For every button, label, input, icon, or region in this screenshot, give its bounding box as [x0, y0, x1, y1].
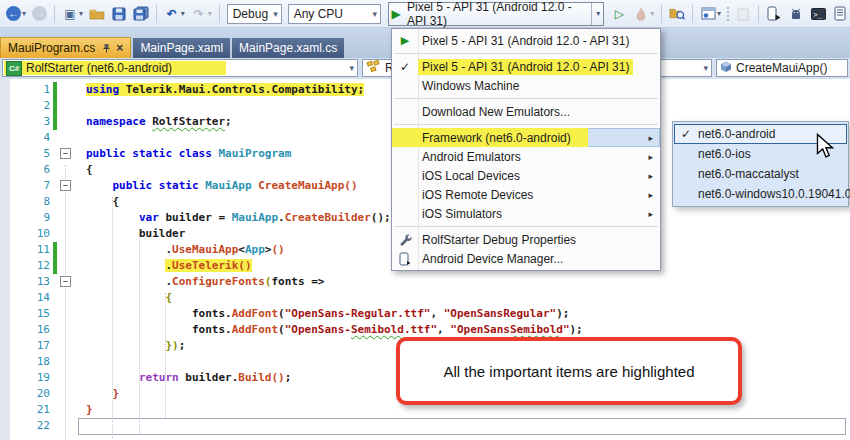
standard-toolbar: ← ▾ → ▣ ▾ ↶ ▾ ↷ ▾ Debug [0, 0, 850, 28]
open-file-button[interactable] [87, 3, 107, 25]
code-line-14[interactable]: 14 { [0, 290, 850, 306]
menu-item-ios-simulators[interactable]: iOS Simulators▸ [392, 204, 660, 223]
line-number: 5 [4, 146, 50, 162]
undo-button[interactable]: ↶ ▾ [162, 3, 187, 25]
type-dropdown-icon[interactable]: ▾ [703, 63, 708, 73]
line-number: 11 [4, 242, 50, 258]
line-number: 8 [4, 194, 50, 210]
member-name: CreateMauiApp() [736, 61, 827, 75]
undo-dropdown-icon: ▾ [181, 9, 185, 18]
hot-reload-button[interactable]: ▾ [631, 3, 656, 25]
android-sdk-manager-button[interactable] [786, 3, 806, 25]
project-dropdown[interactable]: C# RolfStarter (net6.0-android) ▾ [2, 59, 358, 77]
toolbar-separator [156, 5, 157, 23]
deploy-to-device-button[interactable] [764, 3, 784, 25]
solution-configuration-combo[interactable]: Debug ▾ [227, 4, 282, 24]
menu-item-label: iOS Local Devices [418, 168, 524, 184]
fold-toggle[interactable]: − [60, 180, 71, 191]
menu-item-pixel-5-api-31-android-12-0-api-31[interactable]: ▶Pixel 5 - API 31 (Android 12.0 - API 31… [392, 31, 660, 50]
code-line-13[interactable]: 13− .ConfigureFonts(fonts => [0, 274, 850, 290]
submenu-item-label: net6.0-maccatalyst [698, 167, 799, 181]
change-bar [53, 114, 57, 130]
menu-item-label: Android Emulators [418, 149, 525, 165]
run-target-dropdown[interactable]: ▾ [591, 3, 603, 25]
device-log-icon [832, 6, 848, 22]
paste-button[interactable] [733, 3, 753, 25]
menu-item-android-emulators[interactable]: Android Emulators▸ [392, 147, 660, 166]
menu-item-download-new-emulators[interactable]: Download New Emulators... [392, 102, 660, 121]
code-text: }); [86, 338, 185, 354]
start-without-debugging-button[interactable]: ▷ [609, 3, 629, 25]
code-text: { [86, 194, 119, 210]
change-bar [53, 242, 57, 258]
start-debugging-button[interactable]: ▶ Pixel 5 - API 31 (Android 12.0 - API 3… [388, 2, 604, 26]
menu-item-ios-local-devices[interactable]: iOS Local Devices▸ [392, 166, 660, 185]
console-icon: >_ [810, 6, 826, 22]
member-dropdown[interactable]: CreateMauiApp() [716, 59, 848, 77]
fold-toggle[interactable]: − [60, 148, 71, 159]
toolbar-grip[interactable] [727, 7, 729, 21]
find-in-files-icon [669, 6, 685, 22]
submenu-arrow-icon: ▸ [648, 133, 653, 143]
menu-item-rolfstarter-debug-properties[interactable]: RolfStarter Debug Properties [392, 230, 660, 249]
menu-item-pixel-5-api-31-android-12-0-api-31[interactable]: ✓Pixel 5 - API 31 (Android 12.0 - API 31… [392, 57, 660, 76]
find-in-files-button[interactable] [667, 3, 687, 25]
new-item-button[interactable]: ▣ ▾ [60, 3, 85, 25]
start-without-debugging-icon: ▷ [611, 6, 627, 22]
menu-item-android-device-manager[interactable]: Android Device Manager... [392, 249, 660, 268]
tab-mauiprogram-cs[interactable]: MauiProgram.cs × [0, 37, 131, 58]
solution-platform-value: Any CPU [294, 7, 343, 21]
code-text: { [86, 290, 172, 306]
tab-mainpage-xaml[interactable]: MainPage.xaml [133, 38, 230, 58]
redo-button[interactable]: ↷ ▾ [189, 3, 214, 25]
device-log-button[interactable] [830, 3, 850, 25]
close-icon[interactable]: × [116, 41, 123, 55]
code-line-16[interactable]: 16 fonts.AddFont("OpenSans-Semibold.ttf"… [0, 322, 850, 338]
code-text: fonts.AddFont("OpenSans-Regular.ttf", "O… [86, 306, 569, 322]
line-number: 14 [4, 290, 50, 306]
line-number: 7 [4, 178, 50, 194]
submenu-item-net6-0-windows10-0-19041-0[interactable]: net6.0-windows10.0.19041.0 [674, 184, 847, 204]
fold-toggle[interactable]: − [60, 276, 71, 287]
submenu-item-label: net6.0-windows10.0.19041.0 [698, 187, 850, 201]
tab-label: MauiProgram.cs [8, 41, 95, 55]
line-number: 12 [4, 258, 50, 274]
code-line-15[interactable]: 15 fonts.AddFont("OpenSans-Regular.ttf",… [0, 306, 850, 322]
code-text: .ConfigureFonts(fonts => [86, 274, 324, 290]
menu-separator [394, 226, 658, 227]
run-target-label: Pixel 5 - API 31 (Android 12.0 - API 31) [403, 0, 591, 28]
code-text: public static class MauiProgram [86, 146, 291, 162]
selected-check-icon: ✓ [674, 127, 698, 141]
submenu-item-net6-0-maccatalyst[interactable]: net6.0-maccatalyst [674, 164, 847, 184]
menu-item-label: Download New Emulators... [418, 104, 574, 120]
save-button[interactable] [109, 3, 129, 25]
navigate-back-button[interactable]: ← ▾ [4, 3, 28, 25]
menu-separator [394, 124, 658, 125]
solution-platform-combo[interactable]: Any CPU ▾ [288, 4, 381, 24]
navigate-forward-button[interactable]: → [30, 3, 49, 25]
line-number: 18 [4, 354, 50, 370]
adb-console-button[interactable]: >_ [808, 3, 828, 25]
save-all-button[interactable] [131, 3, 151, 25]
code-text: .UseTelerik() [86, 258, 252, 274]
pin-icon[interactable] [102, 43, 111, 53]
undo-icon: ↶ [164, 6, 180, 22]
line-number: 9 [4, 210, 50, 226]
tab-label: MainPage.xaml.cs [239, 41, 337, 55]
code-line-22[interactable]: 22 [0, 418, 850, 434]
menu-item-framework-net6-0-android[interactable]: Framework (net6.0-android)▸ [392, 128, 660, 147]
hot-reload-icon [633, 6, 649, 22]
annotation-text: All the important items are highlighted [444, 363, 695, 380]
project-dropdown-icon[interactable]: ▾ [349, 63, 354, 73]
platform-dropdown-icon: ▾ [373, 9, 378, 19]
menu-item-windows-machine[interactable]: Windows Machine [392, 76, 660, 95]
menu-item-label: RolfStarter Debug Properties [418, 232, 580, 248]
submenu-arrow-icon: ▸ [648, 209, 653, 219]
web-preview-button[interactable]: ▾ [698, 3, 723, 25]
code-text: } [86, 402, 93, 418]
deploy-to-device-icon [766, 6, 782, 22]
tab-mainpage-xaml-cs[interactable]: MainPage.xaml.cs [232, 38, 344, 58]
line-number: 2 [4, 98, 50, 114]
line-number: 1 [4, 82, 50, 98]
menu-item-ios-remote-devices[interactable]: iOS Remote Devices▸ [392, 185, 660, 204]
